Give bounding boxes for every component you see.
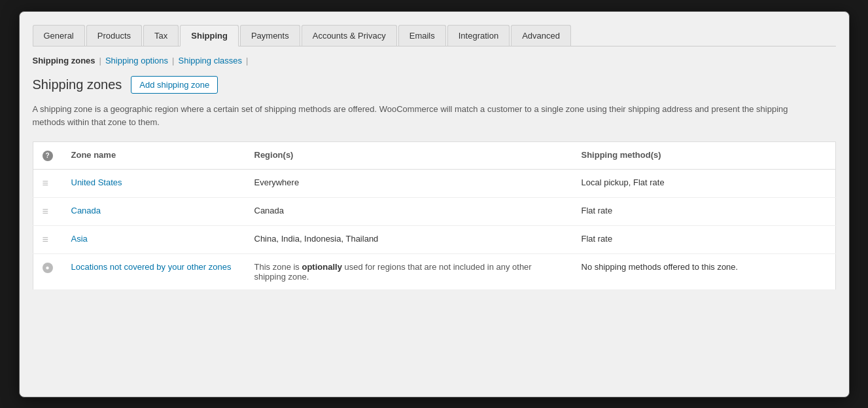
- zone-name-link-uncovered[interactable]: Locations not covered by your other zone…: [71, 262, 232, 272]
- drag-handle-icon[interactable]: ≡: [43, 234, 48, 245]
- col-header-regions: Region(s): [245, 142, 572, 170]
- zone-methods-cell-special: No shipping methods offered to this zone…: [572, 254, 836, 290]
- drag-handle-cell: ≡: [33, 226, 62, 254]
- zone-regions-cell-special: This zone is optionally used for regions…: [245, 254, 572, 290]
- zone-regions-cell: China, India, Indonesia, Thailand: [245, 226, 572, 254]
- col-header-icon: ?: [33, 142, 62, 170]
- drag-handle-cell: ≡: [33, 170, 62, 198]
- zone-name-cell: United States: [62, 170, 245, 198]
- sub-navigation: Shipping zones | Shipping options | Ship…: [33, 56, 836, 65]
- table-header-row: ? Zone name Region(s) Shipping method(s): [33, 142, 835, 170]
- zone-regions-cell: Everywhere: [245, 170, 572, 198]
- zone-methods-cell: Flat rate: [572, 226, 836, 254]
- tab-integration[interactable]: Integration: [447, 25, 510, 46]
- zone-name-cell: Locations not covered by your other zone…: [62, 254, 245, 290]
- add-shipping-zone-button[interactable]: Add shipping zone: [131, 76, 218, 94]
- col-header-zone-name: Zone name: [62, 142, 245, 170]
- section-title: Shipping zones: [33, 77, 122, 92]
- main-window: General Products Tax Shipping Payments A…: [19, 11, 850, 398]
- subnav-current: Shipping zones: [33, 56, 95, 65]
- tab-bar: General Products Tax Shipping Payments A…: [33, 25, 836, 46]
- col-header-methods: Shipping method(s): [572, 142, 836, 170]
- zone-name-cell: Canada: [62, 198, 245, 226]
- globe-icon: ●: [43, 263, 53, 273]
- tab-advanced[interactable]: Advanced: [511, 25, 571, 46]
- tab-payments[interactable]: Payments: [240, 25, 300, 46]
- table-row: ≡ Canada Canada Flat rate: [33, 198, 835, 226]
- subnav-link-shipping-options[interactable]: Shipping options: [105, 56, 168, 65]
- subnav-sep-1: |: [99, 56, 101, 65]
- section-header: Shipping zones Add shipping zone: [33, 76, 836, 94]
- subnav-sep-2: |: [172, 56, 174, 65]
- drag-handle-icon[interactable]: ≡: [43, 177, 48, 189]
- zone-regions-cell: Canada: [245, 198, 572, 226]
- content-area: Shipping zones | Shipping options | Ship…: [33, 46, 836, 291]
- tab-accounts-privacy[interactable]: Accounts & Privacy: [302, 25, 397, 46]
- tab-shipping[interactable]: Shipping: [180, 25, 239, 46]
- help-icon[interactable]: ?: [43, 151, 53, 161]
- zone-name-link-canada[interactable]: Canada: [71, 206, 101, 215]
- zone-name-link-asia[interactable]: Asia: [71, 234, 88, 244]
- subnav-sep-3: |: [246, 56, 248, 65]
- region-desc-prefix: This zone is: [254, 262, 302, 272]
- region-desc-bold: optionally: [302, 262, 341, 272]
- tab-general[interactable]: General: [33, 25, 85, 46]
- tab-products[interactable]: Products: [86, 25, 142, 46]
- table-row: ≡ United States Everywhere Local pickup,…: [33, 170, 835, 198]
- drag-handle-icon[interactable]: ≡: [43, 206, 48, 217]
- tab-tax[interactable]: Tax: [143, 25, 179, 46]
- subnav-link-shipping-classes[interactable]: Shipping classes: [178, 56, 242, 65]
- tab-emails[interactable]: Emails: [398, 25, 446, 46]
- table-row-special: ● Locations not covered by your other zo…: [33, 254, 835, 290]
- table-row: ≡ Asia China, India, Indonesia, Thailand…: [33, 226, 835, 254]
- section-description: A shipping zone is a geographic region w…: [33, 103, 818, 130]
- drag-handle-cell: ≡: [33, 198, 62, 226]
- zone-methods-cell: Local pickup, Flat rate: [572, 170, 836, 198]
- zone-name-cell: Asia: [62, 226, 245, 254]
- zone-name-link-us[interactable]: United States: [71, 177, 122, 187]
- shipping-zones-table: ? Zone name Region(s) Shipping method(s)…: [33, 141, 836, 290]
- globe-icon-cell: ●: [33, 254, 62, 290]
- zone-methods-cell: Flat rate: [572, 198, 836, 226]
